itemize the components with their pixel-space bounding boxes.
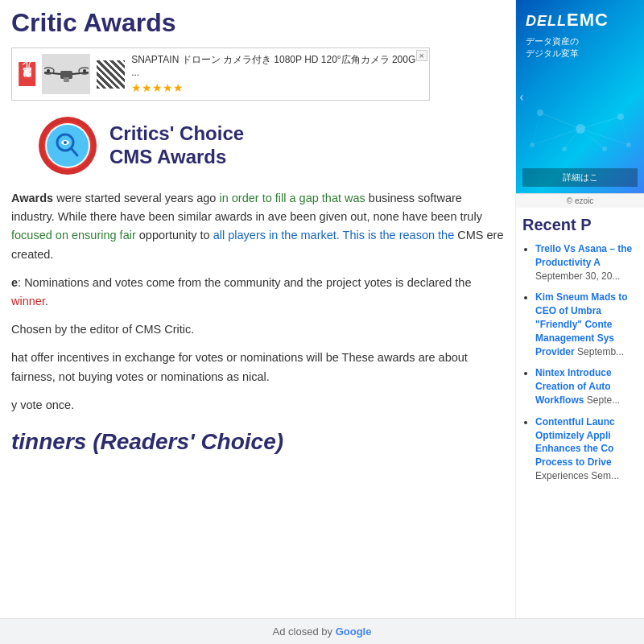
svg-rect-5 <box>64 77 69 82</box>
svg-point-23 <box>47 125 89 167</box>
post-date-1: September 30, 20... <box>535 270 620 282</box>
dell-tagline: データ資産の デジタル変革 <box>526 35 634 60</box>
svg-line-38 <box>580 129 629 145</box>
ad-label: 限定セール <box>19 62 35 86</box>
list-item: Contentful Launc Optimizely Appli Enhanc… <box>535 415 638 483</box>
dell-logo: DELLEMC <box>526 10 634 31</box>
page-wrapper: Critic Awards 限定セール <box>0 0 644 644</box>
svg-point-7 <box>83 69 86 72</box>
svg-point-6 <box>47 69 50 72</box>
critics-choice-badge <box>35 114 100 178</box>
svg-line-40 <box>580 129 605 149</box>
ad-banner: 限定セール SNAPTAIN ドローン カメラ付き <box>11 47 430 101</box>
drone-image <box>42 54 90 94</box>
rule3-paragraph: hat offer incentives in exchange for vot… <box>11 349 504 386</box>
svg-line-35 <box>540 113 580 129</box>
ad-title: SNAPTAIN ドローン カメラ付き 1080P HD 120°広角カメラ 2… <box>131 53 423 78</box>
ad-stars: ★★★★★ <box>131 81 423 95</box>
svg-point-27 <box>64 141 67 144</box>
dell-ad[interactable]: DELLEMC データ資産の デジタル変革 <box>516 0 644 193</box>
post-date-4: Experiences Sem... <box>535 470 619 481</box>
ad-banner-left: 限定セール <box>19 54 125 94</box>
main-content: Critic Awards 限定セール <box>0 0 515 644</box>
intro-paragraph: Awards were started several years ago in… <box>11 189 504 264</box>
list-item: Nintex Introduce Creation of Auto Workfl… <box>535 366 638 407</box>
logo-title-line2: CMS Awards <box>109 146 244 169</box>
recent-posts-title: Recent P <box>522 216 638 234</box>
list-item: Trello Vs Asana – the Productivity A Sep… <box>535 242 638 283</box>
svg-line-41 <box>532 113 540 145</box>
rule1-paragraph: e: Nominations and votes come from the c… <box>11 274 504 311</box>
ad-qr-code <box>97 60 125 89</box>
ad-close-button[interactable]: × <box>416 50 427 61</box>
ad-closed-text: Ad closed by <box>273 625 332 638</box>
dell-detail-button[interactable]: 詳細はこ <box>522 168 638 187</box>
google-label: Google <box>336 625 372 638</box>
post-link-1[interactable]: Trello Vs Asana – the Productivity A <box>535 243 632 268</box>
rule4-paragraph: y vote once. <box>11 396 504 415</box>
logo-title-line1: Critics' Choice <box>109 122 244 146</box>
logo-text: Critics' Choice CMS Awards <box>109 122 244 169</box>
post-link-4[interactable]: Contentful Launc Optimizely Appli Enhanc… <box>535 416 615 468</box>
page-title: Critic Awards <box>11 8 504 38</box>
sidebar: DELLEMC データ資産の デジタル変革 <box>515 0 644 644</box>
svg-line-42 <box>621 117 629 145</box>
recent-posts-list: Trello Vs Asana – the Productivity A Sep… <box>522 242 638 483</box>
post-date-2: Septemb... <box>577 346 624 357</box>
logo-area: Critics' Choice CMS Awards <box>35 114 504 178</box>
google-ad-bar: Ad closed by Google <box>0 618 644 644</box>
recent-posts: Recent P Trello Vs Asana – the Productiv… <box>516 208 644 499</box>
svg-line-36 <box>580 117 621 129</box>
dell-prev-icon[interactable]: ‹ <box>519 89 524 105</box>
rule2-paragraph: Chosen by the editor of CMS Critic. <box>11 320 504 339</box>
list-item: Kim Sneum Mads to CEO of Umbra "Friendly… <box>535 291 638 358</box>
article-body: Awards were started several years ago in… <box>11 189 504 460</box>
post-date-3: Septe... <box>587 394 620 406</box>
winners-heading: tinners (Readers' Choice) <box>11 424 504 460</box>
ezoic-bar: © ezoic <box>516 193 644 208</box>
svg-line-37 <box>532 129 580 145</box>
ad-text-area: SNAPTAIN ドローン カメラ付き 1080P HD 120°広角カメラ 2… <box>125 53 423 95</box>
